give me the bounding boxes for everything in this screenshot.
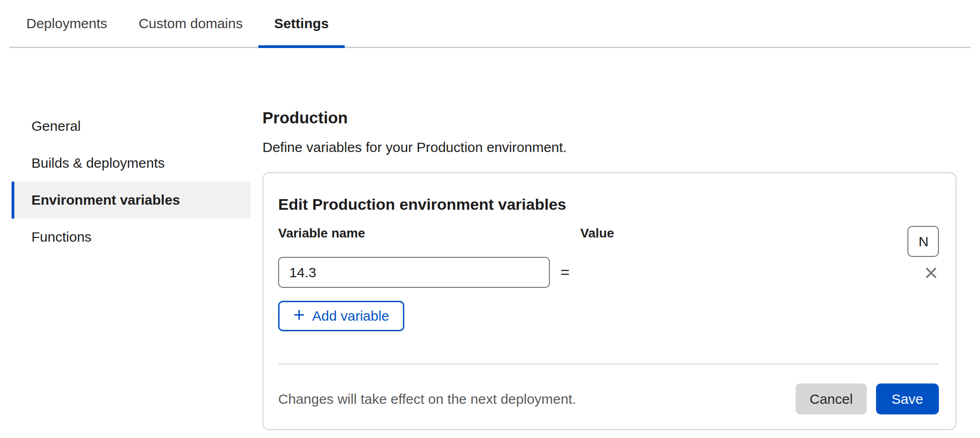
environment-variables-card: Edit Production environment variables Va…	[262, 172, 956, 430]
sidebar-item-environment-variables[interactable]: Environment variables	[12, 182, 251, 219]
variable-value-input[interactable]	[278, 257, 550, 288]
section-description: Define variables for your Production env…	[262, 138, 956, 157]
variable-row: Variable name Value = ×	[278, 226, 939, 288]
footer-actions: Cancel Save	[796, 383, 939, 414]
project-tab-bar: Deployments Custom domains Settings	[9, 0, 971, 48]
add-variable-label: Add variable	[312, 308, 390, 324]
section-title: Production	[262, 108, 956, 128]
settings-content: General Builds & deployments Environment…	[0, 48, 980, 430]
save-button[interactable]: Save	[876, 383, 939, 414]
footer-note: Changes will take effect on the next dep…	[278, 391, 576, 407]
tab-settings[interactable]: Settings	[258, 0, 344, 48]
sidebar-item-general[interactable]: General	[12, 108, 251, 145]
variable-name-input[interactable]	[907, 226, 939, 257]
settings-sidebar: General Builds & deployments Environment…	[12, 108, 251, 256]
equals-sign: =	[560, 263, 570, 281]
variable-name-label: Variable name	[278, 226, 550, 257]
plus-icon: +	[293, 305, 305, 325]
tab-custom-domains[interactable]: Custom domains	[123, 0, 258, 48]
card-divider	[278, 364, 939, 365]
add-variable-button[interactable]: + Add variable	[278, 301, 404, 331]
sidebar-item-functions[interactable]: Functions	[12, 219, 251, 256]
close-icon: ×	[924, 259, 938, 286]
environment-variables-section: Production Define variables for your Pro…	[262, 108, 956, 430]
cancel-button[interactable]: Cancel	[796, 383, 866, 414]
sidebar-item-builds-deployments[interactable]: Builds & deployments	[12, 145, 251, 182]
remove-variable-button[interactable]: ×	[924, 261, 938, 285]
tab-deployments[interactable]: Deployments	[11, 0, 123, 48]
card-footer: Changes will take effect on the next dep…	[278, 383, 939, 414]
value-label: Value	[580, 226, 907, 257]
card-title: Edit Production environment variables	[278, 195, 939, 214]
